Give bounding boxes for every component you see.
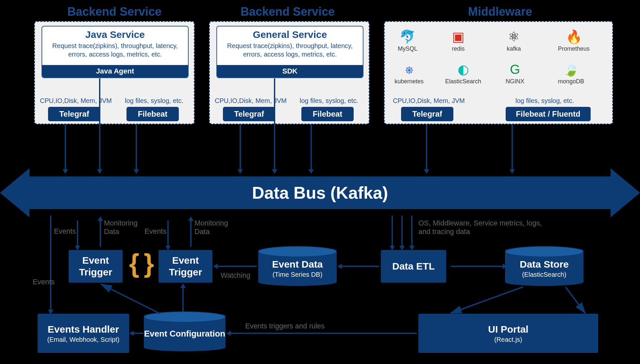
logo-label: kafka xyxy=(507,45,521,52)
arrow-head-icon xyxy=(399,246,405,250)
logo-label: redis xyxy=(452,45,464,52)
general-desc: Request trace(zipkins), throughput, late… xyxy=(217,41,363,58)
logo-label: mongoDB xyxy=(558,78,584,85)
label-monitoring2: Monitoring Data xyxy=(194,219,237,236)
arrow-line xyxy=(190,221,192,247)
arrow-line xyxy=(392,216,393,247)
section-title-middleware: Middleware xyxy=(418,5,582,19)
label-events2: Events xyxy=(54,227,76,236)
node-title: Data ETL xyxy=(392,260,435,272)
arrow-line xyxy=(182,288,184,312)
events-handler: Events Handler (Email, Webhook, Script) xyxy=(38,314,129,353)
arrow-line xyxy=(77,221,78,247)
arrow-head-icon xyxy=(180,283,186,288)
node-title: Event Data xyxy=(272,258,323,270)
arrow-line xyxy=(136,124,137,170)
logo-kubernetes: ⎈kubernetes xyxy=(395,61,424,85)
mysql-icon: 🐬 xyxy=(399,28,416,45)
svg-line-0 xyxy=(451,287,523,313)
label-events1: Events xyxy=(33,278,55,286)
prometheus-icon: 🔥 xyxy=(566,28,582,45)
panel-java-backend: Java Service Request trace(zipkins), thr… xyxy=(34,21,194,124)
elasticsearch-icon: ◐ xyxy=(455,61,471,77)
arrow-head-icon xyxy=(165,246,171,250)
arrow-line xyxy=(167,221,169,247)
label-monitoring1: Monitoring Data xyxy=(104,219,146,236)
java-agent-bar: Java Agent xyxy=(42,65,188,77)
logo-nginx: GNGINX xyxy=(506,61,524,85)
svg-line-1 xyxy=(565,287,585,313)
logo-elasticsearch: ◐ElasticSearch xyxy=(445,61,481,85)
java-filebeat: Filebeat xyxy=(126,107,179,121)
general-service-box: General Service Request trace(zipkins), … xyxy=(216,26,363,78)
arrow-line xyxy=(274,78,275,170)
arrow-line xyxy=(512,124,513,170)
panel-middleware: 🐬MySQL ▣redis ⚛kafka 🔥Prometheus ⎈kubern… xyxy=(384,21,613,124)
node-sub: (Email, Webhook, Script) xyxy=(47,336,120,343)
arrow-line xyxy=(230,333,417,334)
general-sdk-bar: SDK xyxy=(217,65,363,77)
data-store-cylinder: Data Store (ElasticSearch) xyxy=(505,247,583,286)
node-title: Data Store xyxy=(520,258,569,270)
logo-mysql: 🐬MySQL xyxy=(398,28,417,52)
logo-mongodb: 🍃mongoDB xyxy=(558,61,584,85)
mongodb-icon: 🍃 xyxy=(563,61,579,77)
nginx-icon: G xyxy=(507,61,523,77)
arrow-line xyxy=(100,221,101,247)
arrow-line xyxy=(451,266,503,267)
arrow-line xyxy=(401,216,403,247)
arrow-line xyxy=(65,124,66,170)
brace-left-icon: { xyxy=(129,248,139,278)
arrow-line xyxy=(411,216,413,247)
logo-redis: ▣redis xyxy=(450,28,466,52)
section-title-backend2: Backend Service xyxy=(222,5,353,19)
bus-arrow-right-icon xyxy=(611,168,640,217)
bus-arrow-left-icon xyxy=(0,168,29,217)
label-watching: Watching xyxy=(221,271,250,280)
java-title: Java Service xyxy=(42,29,188,40)
mw-filebeat: Filebeat / Fluentd xyxy=(506,107,591,121)
general-logs-label: log files, syslog, etc. xyxy=(300,97,358,105)
kafka-icon: ⚛ xyxy=(506,28,522,45)
logo-label: NGINX xyxy=(506,78,524,85)
event-config-cylinder: Event Configuration xyxy=(144,312,226,351)
event-data-cylinder: Event Data (Time Series DB) xyxy=(258,247,337,286)
arrow-head-icon xyxy=(213,264,218,269)
logo-prometheus: 🔥Prometheus xyxy=(558,28,590,52)
arrow-line xyxy=(426,124,427,170)
arrow-head-icon xyxy=(390,246,395,250)
java-desc: Request trace(zipkins), throughput, late… xyxy=(42,41,188,58)
ui-portal: UI Portal (React.js) xyxy=(418,314,598,353)
event-trigger-2: Event Trigger xyxy=(159,250,212,283)
bus-label: Data Bus (Kafka) xyxy=(29,176,611,209)
panel-general-backend: General Service Request trace(zipkins), … xyxy=(209,21,369,124)
arrow-line xyxy=(99,78,100,170)
logo-label: Prometheus xyxy=(558,45,590,52)
arrow-line xyxy=(311,124,312,170)
general-metrics-label: CPU,IO,Disk, Mem, JVM xyxy=(215,97,287,105)
mw-logs-label: log files, syslog, etc. xyxy=(515,97,574,105)
mw-telegraf: Telegraf xyxy=(401,107,453,121)
node-title: UI Portal xyxy=(488,323,528,335)
general-filebeat: Filebeat xyxy=(301,107,354,121)
node-title: Event Trigger xyxy=(69,255,123,278)
data-etl: Data ETL xyxy=(381,250,446,283)
arrow-line xyxy=(50,216,51,310)
logo-label: ElasticSearch xyxy=(445,78,481,85)
node-sub: (Time Series DB) xyxy=(273,271,323,278)
brace-right-icon: } xyxy=(144,248,154,278)
arrow-line xyxy=(240,124,241,170)
arrow-line xyxy=(133,333,143,334)
label-events3: Events xyxy=(144,227,166,236)
node-title: Event Trigger xyxy=(159,255,212,278)
arrow-head-icon xyxy=(98,216,103,221)
kubernetes-icon: ⎈ xyxy=(401,61,417,77)
logo-label: kubernetes xyxy=(395,78,424,85)
node-title: Event Configuration xyxy=(144,329,225,339)
arrow-head-icon xyxy=(409,246,414,250)
logo-kafka: ⚛kafka xyxy=(506,28,522,52)
arrow-head-icon xyxy=(129,331,134,336)
general-title: General Service xyxy=(217,29,363,40)
mw-metrics-label: CPU,IO,Disk, Mem, JVM xyxy=(393,97,465,105)
logo-label: MySQL xyxy=(398,45,417,52)
